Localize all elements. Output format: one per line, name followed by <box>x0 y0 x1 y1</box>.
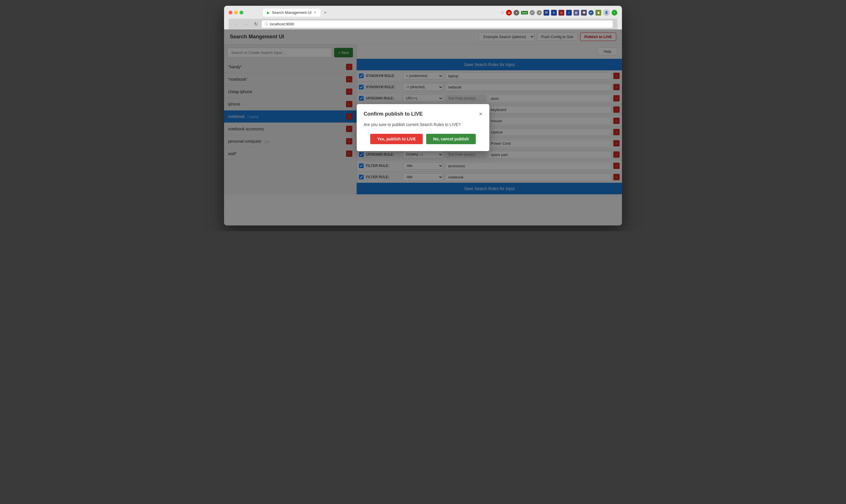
tab-bar: ▶ Search Management UI ✕ + <box>263 8 329 16</box>
forward-btn[interactable]: → <box>243 21 250 28</box>
browser-titlebar: ▶ Search Management UI ✕ + ☆ 🦊 ● beta ↩ … <box>224 6 622 30</box>
secure-icon: ⓘ <box>265 22 268 26</box>
url-text: localhost:9000 <box>270 22 294 26</box>
extension-icon-1: ● <box>514 10 519 16</box>
extension-icon-8: ◧ <box>574 10 579 16</box>
extension-icon-2: ↩ <box>530 10 535 15</box>
browser-controls: ▶ Search Management UI ✕ + ☆ 🦊 ● beta ↩ … <box>229 8 617 16</box>
back-btn[interactable]: ← <box>233 21 240 28</box>
bookmark-icon[interactable]: ☆ <box>500 10 504 15</box>
modal-body: Are you sure to publish current Search R… <box>364 122 482 127</box>
app-content: Search Mangement UI Example Search (qdem… <box>224 30 622 226</box>
firefox-icon: 🦊 <box>506 10 512 16</box>
tab-title: Search Management UI <box>272 11 311 15</box>
tab-favicon: ▶ <box>267 11 270 15</box>
no-cancel-btn[interactable]: No, cancel publish <box>426 134 476 144</box>
user-avatar[interactable]: 👤 <box>603 9 610 16</box>
modal-close-btn[interactable]: × <box>479 111 482 117</box>
close-traffic-light[interactable] <box>229 11 232 14</box>
extension-icon-10: ✒ <box>589 10 594 15</box>
extension-icon-3: ⚡ <box>537 10 542 15</box>
modal-actions: Yes, publish to LIVE No, cancel publish <box>364 134 482 144</box>
beta-badge: beta <box>521 11 528 14</box>
browser-window: ▶ Search Management UI ✕ + ☆ 🦊 ● beta ↩ … <box>224 6 622 226</box>
new-tab-btn[interactable]: + <box>322 9 329 16</box>
modal-title: Confirm publish to LIVE <box>364 111 423 117</box>
minimize-traffic-light[interactable] <box>234 11 238 14</box>
modal-dialog: Confirm publish to LIVE × Are you sure t… <box>357 104 489 151</box>
extension-icon-11: 📋 <box>595 10 601 16</box>
maximize-traffic-light[interactable] <box>240 11 244 14</box>
address-bar: ← → ↻ ⓘ localhost:9000 <box>229 19 617 30</box>
modal-header: Confirm publish to LIVE × <box>364 111 482 117</box>
extension-icon-9: 💬 <box>581 10 587 16</box>
extension-icon-4: W <box>543 10 549 16</box>
reload-btn[interactable]: ↻ <box>253 21 259 28</box>
modal-overlay[interactable]: Confirm publish to LIVE × Are you sure t… <box>224 30 622 226</box>
active-tab[interactable]: ▶ Search Management UI ✕ <box>263 8 320 16</box>
tab-close-btn[interactable]: ✕ <box>314 11 316 14</box>
extension-icon-12: + <box>612 10 617 16</box>
extension-icon-7: I <box>566 10 572 16</box>
yes-publish-btn[interactable]: Yes, publish to LIVE <box>370 134 423 144</box>
extension-icon-5: B <box>551 10 557 16</box>
browser-toolbar-icons: ☆ 🦊 ● beta ↩ ⚡ W B Q I ◧ 💬 ✒ 📋 👤 + <box>500 9 617 16</box>
address-box[interactable]: ⓘ localhost:9000 <box>262 20 613 28</box>
traffic-lights <box>229 11 244 14</box>
extension-icon-6: Q <box>559 10 564 16</box>
